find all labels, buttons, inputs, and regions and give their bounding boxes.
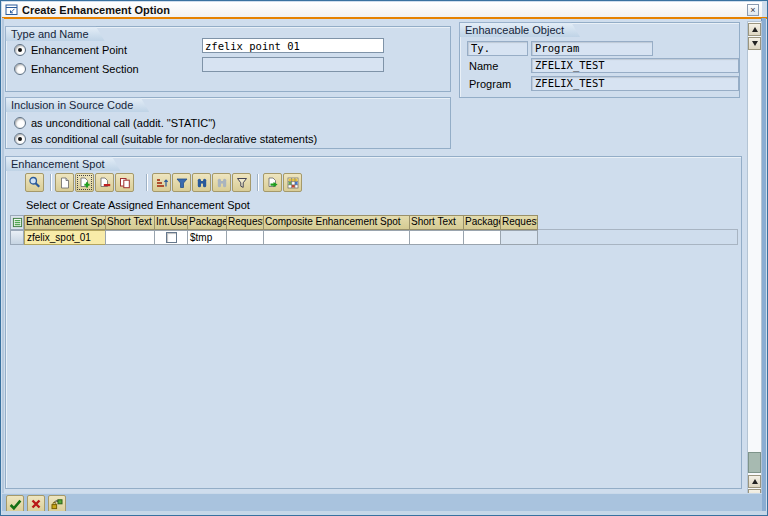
enhancement-section-radio[interactable] bbox=[14, 63, 26, 75]
group-enhancement-spot: Enhancement Spot bbox=[5, 156, 742, 489]
filter-icon bbox=[236, 177, 248, 189]
enhancement-point-label: Enhancement Point bbox=[31, 44, 127, 56]
radio-row-enhancement-point[interactable]: Enhancement Point bbox=[14, 44, 127, 56]
cell-request-2[interactable] bbox=[500, 230, 538, 245]
group-enhanceable-object: Enhanceable Object Ty. Program Name ZFEL… bbox=[459, 22, 740, 98]
unconditional-call-label: as unconditional call (addit. "STATIC") bbox=[31, 117, 216, 129]
group-type-and-name: Type and Name Enhancement Point Enhancem… bbox=[5, 26, 451, 92]
column-header-enhancement-spot[interactable]: Enhancement Spot bbox=[24, 215, 106, 230]
choose-detail-icon bbox=[28, 176, 41, 189]
choose-detail-button[interactable] bbox=[25, 173, 44, 192]
arrow-up-icon bbox=[752, 479, 758, 484]
delete-row-icon bbox=[99, 177, 111, 189]
insert-row-icon bbox=[79, 177, 91, 189]
group-type-and-name-title: Type and Name bbox=[5, 26, 105, 41]
cell-package-2[interactable] bbox=[463, 230, 501, 245]
column-header-request-2[interactable]: Request bbox=[500, 215, 538, 230]
toolbar-separator bbox=[50, 174, 51, 191]
data-row-extension bbox=[538, 230, 738, 245]
table-select-all-cell[interactable] bbox=[10, 215, 24, 230]
toolbar-separator bbox=[146, 174, 147, 191]
find-next-button[interactable] bbox=[212, 173, 231, 192]
table-row: zfelix_spot_01 $tmp bbox=[24, 230, 537, 245]
copy-row-button[interactable] bbox=[115, 173, 134, 192]
table-caption: Select or Create Assigned Enhancement Sp… bbox=[26, 199, 250, 211]
scroll-up-button[interactable] bbox=[748, 23, 761, 36]
conditional-call-label: as conditional call (suitable for non-de… bbox=[31, 133, 317, 145]
group-enhancement-spot-title: Enhancement Spot bbox=[5, 156, 121, 171]
cell-short-text[interactable] bbox=[105, 230, 155, 245]
object-name-value: ZFELIX_TEST bbox=[531, 58, 739, 73]
column-header-short-text-2[interactable]: Short Text bbox=[409, 215, 464, 230]
object-name-label: Name bbox=[469, 60, 498, 72]
filter-button[interactable] bbox=[232, 173, 251, 192]
arrow-down-icon bbox=[752, 41, 758, 46]
sort-descending-icon bbox=[176, 177, 188, 189]
continue-check-icon bbox=[9, 498, 22, 511]
column-header-package-2[interactable]: Package bbox=[463, 215, 501, 230]
int-use-checkbox[interactable] bbox=[166, 232, 177, 243]
cell-enhancement-spot[interactable]: zfelix_spot_01 bbox=[24, 230, 106, 245]
object-program-label: Program bbox=[469, 78, 511, 90]
table-settings-button[interactable] bbox=[283, 173, 302, 192]
enhancement-point-radio[interactable] bbox=[14, 44, 26, 56]
row-selector-cell[interactable] bbox=[10, 230, 24, 245]
radio-row-enhancement-section[interactable]: Enhancement Section bbox=[14, 63, 139, 75]
local-object-lock-icon bbox=[51, 498, 63, 510]
cell-short-text-2[interactable] bbox=[409, 230, 464, 245]
column-header-int-use[interactable]: Int.Use bbox=[154, 215, 188, 230]
create-row-icon bbox=[59, 177, 71, 189]
cell-request[interactable] bbox=[226, 230, 264, 245]
cell-int-use[interactable] bbox=[154, 230, 188, 245]
find-next-icon bbox=[216, 177, 228, 189]
sort-ascending-icon bbox=[156, 177, 168, 189]
object-type-value: Program bbox=[531, 41, 653, 56]
header-row-extension bbox=[538, 215, 738, 230]
dialog-bottom-strip bbox=[2, 511, 768, 516]
create-enhancement-option-dialog: Create Enhancement Option × Type and Nam… bbox=[0, 0, 768, 516]
column-header-package[interactable]: Package bbox=[187, 215, 227, 230]
sort-ascending-button[interactable] bbox=[152, 173, 171, 192]
title-bar: Create Enhancement Option × bbox=[2, 2, 762, 17]
delete-row-button[interactable] bbox=[95, 173, 114, 192]
cell-composite-enhancement-spot[interactable] bbox=[263, 230, 410, 245]
group-inclusion-title: Inclusion in Source Code bbox=[5, 97, 149, 112]
enhancement-section-label: Enhancement Section bbox=[31, 63, 139, 75]
titlebar-accent-rule bbox=[2, 17, 768, 19]
toolbar-separator bbox=[257, 174, 258, 191]
dialog-left-edge bbox=[2, 18, 4, 516]
sort-descending-button[interactable] bbox=[172, 173, 191, 192]
table-settings-icon bbox=[287, 177, 299, 189]
conditional-call-radio[interactable] bbox=[14, 133, 26, 145]
create-row-button[interactable] bbox=[55, 173, 74, 192]
page-title: Create Enhancement Option bbox=[22, 4, 170, 16]
enhancement-section-input bbox=[202, 57, 384, 72]
column-header-request[interactable]: Request bbox=[226, 215, 264, 230]
scrollbar-thumb[interactable] bbox=[748, 452, 761, 473]
group-enhanceable-object-title: Enhanceable Object bbox=[459, 22, 580, 37]
select-all-icon bbox=[12, 217, 23, 228]
object-program-value: ZFELIX_TEST bbox=[531, 76, 739, 91]
column-header-composite-enhancement-spot[interactable]: Composite Enhancement Spot bbox=[263, 215, 410, 230]
table-header-row: Enhancement Spot Short Text Int.Use Pack… bbox=[24, 215, 537, 230]
footer-bar bbox=[2, 493, 762, 511]
enhancement-point-input[interactable] bbox=[202, 38, 384, 53]
copy-rows-icon bbox=[267, 177, 279, 189]
cell-package[interactable]: $tmp bbox=[187, 230, 227, 245]
insert-row-button[interactable] bbox=[75, 173, 94, 192]
column-header-short-text[interactable]: Short Text bbox=[105, 215, 155, 230]
radio-row-conditional-call[interactable]: as conditional call (suitable for non-de… bbox=[14, 133, 317, 145]
find-button[interactable] bbox=[192, 173, 211, 192]
group-inclusion-source-code: Inclusion in Source Code as unconditiona… bbox=[5, 97, 451, 149]
close-icon[interactable]: × bbox=[747, 4, 759, 16]
radio-row-unconditional-call[interactable]: as unconditional call (addit. "STATIC") bbox=[14, 117, 216, 129]
arrow-up-icon bbox=[752, 27, 758, 32]
scroll-down-button[interactable] bbox=[748, 37, 761, 50]
find-icon bbox=[196, 177, 208, 189]
copy-rows-button[interactable] bbox=[263, 173, 282, 192]
vertical-scrollbar[interactable] bbox=[747, 21, 762, 505]
unconditional-call-radio[interactable] bbox=[14, 117, 26, 129]
dialog-icon bbox=[5, 3, 18, 16]
cancel-x-icon bbox=[30, 498, 42, 510]
scroll-up-button-bottom[interactable] bbox=[748, 475, 761, 488]
